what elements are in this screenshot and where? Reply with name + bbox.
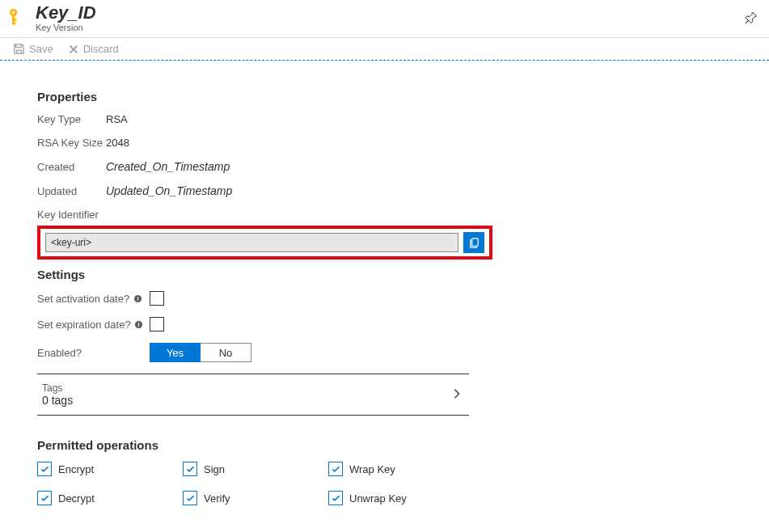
info-icon[interactable]: i [134, 319, 144, 329]
activation-label: Set activation date? [37, 293, 129, 305]
checkbox-checked-icon [328, 491, 343, 505]
checkbox-checked-icon [183, 462, 197, 476]
checkbox-checked-icon [37, 491, 52, 505]
enabled-yes-button[interactable]: Yes [150, 343, 201, 362]
svg-rect-4 [12, 23, 15, 24]
op-sign[interactable]: Sign [183, 462, 328, 476]
op-label: Verify [204, 492, 230, 505]
op-unwrap[interactable]: Unwrap Key [328, 491, 474, 505]
svg-rect-3 [12, 19, 16, 20]
op-decrypt[interactable]: Decrypt [37, 491, 183, 505]
svg-text:i: i [137, 295, 138, 302]
svg-rect-5 [471, 239, 478, 246]
op-verify[interactable]: Verify [183, 491, 328, 505]
checkbox-checked-icon [183, 491, 197, 505]
copy-icon [468, 237, 480, 249]
pin-button[interactable] [742, 8, 761, 27]
key-type-label: Key Type [37, 113, 106, 125]
rsa-size-label: RSA Key Size [37, 137, 106, 149]
enabled-toggle: Yes No [150, 343, 251, 362]
chevron-right-icon [451, 388, 464, 401]
op-wrap[interactable]: Wrap Key [328, 462, 474, 476]
discard-icon [68, 44, 79, 55]
tags-row[interactable]: Tags 0 tags [37, 374, 469, 416]
rsa-size-value: 2048 [106, 137, 129, 149]
created-label: Created [37, 161, 106, 173]
save-label: Save [29, 43, 53, 55]
page-title: Key_ID [36, 3, 742, 23]
save-icon [13, 43, 25, 55]
key-uri-highlight [37, 226, 492, 260]
svg-point-1 [12, 11, 15, 14]
key-type-value: RSA [106, 113, 128, 125]
op-encrypt[interactable]: Encrypt [37, 462, 183, 476]
op-label: Unwrap Key [349, 492, 407, 505]
tags-count: 0 tags [42, 394, 451, 407]
updated-value: Updated_On_Timestamp [106, 184, 232, 197]
discard-button[interactable]: Discard [68, 43, 119, 55]
tags-label: Tags [42, 382, 451, 394]
op-label: Encrypt [58, 463, 94, 475]
key-icon [5, 6, 29, 30]
settings-heading: Settings [37, 268, 518, 281]
operations-heading: Permitted operations [37, 438, 518, 452]
enabled-no-button[interactable]: No [201, 343, 251, 362]
key-uri-input[interactable] [45, 233, 458, 252]
op-label: Decrypt [58, 492, 95, 505]
info-icon[interactable]: i [133, 293, 142, 303]
op-label: Wrap Key [349, 463, 395, 475]
discard-label: Discard [83, 43, 119, 55]
op-label: Sign [204, 463, 225, 475]
checkbox-checked-icon [328, 462, 343, 476]
updated-label: Updated [37, 185, 106, 197]
save-button[interactable]: Save [13, 43, 53, 55]
created-value: Created_On_Timestamp [106, 160, 230, 173]
svg-text:i: i [138, 321, 140, 328]
copy-button[interactable] [463, 232, 484, 253]
activation-checkbox[interactable] [150, 291, 164, 306]
expiration-label: Set expiration date? [37, 319, 131, 331]
page-subtitle: Key Version [36, 23, 742, 32]
key-identifier-label: Key Identifier [37, 209, 518, 221]
checkbox-checked-icon [37, 462, 52, 476]
expiration-checkbox[interactable] [150, 317, 164, 331]
properties-heading: Properties [37, 90, 518, 103]
enabled-label: Enabled? [37, 347, 82, 359]
